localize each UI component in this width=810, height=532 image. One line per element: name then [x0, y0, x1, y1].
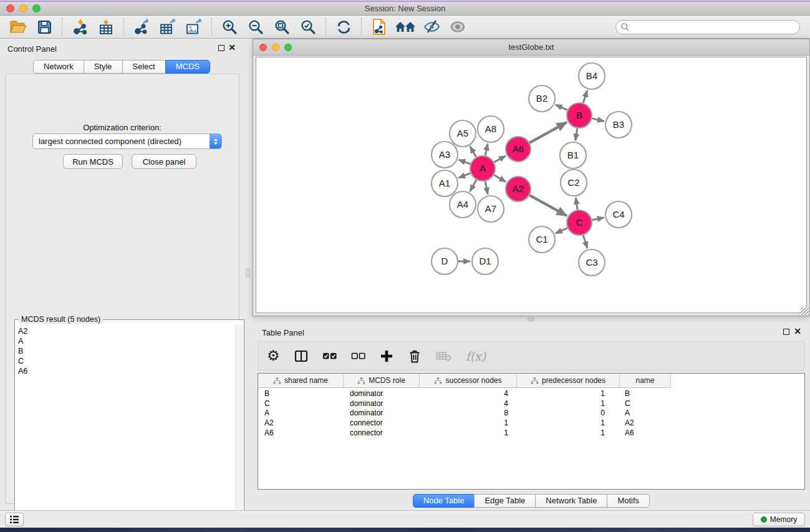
- graph-edge-A2-C[interactable]: [529, 195, 566, 216]
- table-settings-button[interactable]: ⚙: [267, 347, 280, 365]
- tab-edge-table[interactable]: Edge Table: [474, 494, 536, 508]
- export-network-button[interactable]: [128, 17, 155, 37]
- task-history-button[interactable]: [5, 513, 24, 526]
- graph-edge-B-B4[interactable]: [583, 90, 587, 103]
- import-network-button[interactable]: [67, 17, 93, 37]
- criterion-dropdown[interactable]: largest connected component (directed): [32, 133, 222, 149]
- zoom-out-button[interactable]: [243, 17, 269, 37]
- table-cell[interactable]: 0: [517, 409, 620, 417]
- table-cell[interactable]: 1: [517, 389, 620, 398]
- tab-style[interactable]: Style: [84, 60, 123, 74]
- window-resize-grip[interactable]: [801, 307, 809, 315]
- open-file-button[interactable]: [5, 17, 31, 37]
- graph-edge-C-C3[interactable]: [583, 235, 587, 248]
- horizontal-splitter-grip[interactable]: [528, 317, 534, 321]
- table-row[interactable]: Cdominator41C: [258, 399, 804, 409]
- show-all-button[interactable]: [445, 17, 471, 37]
- table-cell[interactable]: 4: [420, 399, 517, 408]
- search-input[interactable]: [615, 20, 800, 34]
- run-mcds-button[interactable]: Run MCDS: [63, 154, 123, 169]
- column-header-MCDS-role[interactable]: MCDS role: [344, 374, 420, 387]
- table-cell[interactable]: A2: [258, 418, 344, 427]
- refresh-button[interactable]: [330, 17, 357, 37]
- tab-node-table[interactable]: Node Table: [413, 494, 475, 508]
- column-header-name[interactable]: name: [620, 374, 671, 387]
- table-cell[interactable]: B: [258, 389, 344, 398]
- close-panel-button[interactable]: Close panel: [132, 154, 196, 169]
- column-header-successor-nodes[interactable]: successor nodes: [420, 374, 517, 387]
- float-panel-icon[interactable]: [218, 45, 224, 51]
- select-all-button[interactable]: [322, 347, 337, 365]
- tab-motifs[interactable]: Motifs: [607, 494, 650, 508]
- tab-network-table[interactable]: Network Table: [535, 494, 607, 508]
- table-row[interactable]: A2connector11A2: [258, 418, 804, 428]
- graph-edge-C-C4[interactable]: [592, 218, 604, 220]
- float-panel-icon[interactable]: [783, 329, 789, 335]
- table-cell[interactable]: A: [258, 409, 344, 417]
- graph-edge-C-C1[interactable]: [556, 228, 567, 234]
- table-cell[interactable]: C: [620, 399, 671, 408]
- table-cell[interactable]: A6: [620, 428, 671, 437]
- function-builder-button[interactable]: f(x): [466, 347, 486, 365]
- new-network-from-selection-button[interactable]: [366, 17, 392, 37]
- memory-button[interactable]: Memory: [753, 513, 805, 526]
- table-cell[interactable]: B: [620, 389, 671, 398]
- table-cell[interactable]: A6: [258, 428, 344, 437]
- hide-selection-button[interactable]: [418, 17, 445, 37]
- table-cell[interactable]: dominator: [344, 399, 420, 408]
- result-list-item[interactable]: A6: [18, 366, 235, 376]
- table-cell[interactable]: 8: [420, 409, 517, 417]
- add-column-button[interactable]: [380, 347, 393, 365]
- save-session-button[interactable]: [31, 17, 57, 37]
- show-column-button[interactable]: [294, 347, 309, 365]
- result-list-item[interactable]: C: [18, 356, 235, 366]
- result-list-item[interactable]: A: [18, 336, 235, 346]
- table-cell[interactable]: C: [258, 399, 344, 408]
- result-scrollbar[interactable]: [235, 325, 243, 532]
- zoom-fit-button[interactable]: [269, 17, 295, 37]
- close-panel-icon[interactable]: ✕: [228, 44, 236, 51]
- close-panel-icon[interactable]: ✕: [794, 328, 801, 334]
- import-table-button[interactable]: [93, 17, 119, 37]
- table-cell[interactable]: 1: [420, 418, 517, 427]
- deselect-all-button[interactable]: [351, 347, 366, 365]
- table-cell[interactable]: 1: [420, 428, 517, 437]
- result-list-item[interactable]: A2: [18, 326, 235, 336]
- table-cell[interactable]: connector: [344, 418, 420, 427]
- tab-select[interactable]: Select: [122, 60, 166, 74]
- graph-edge-A-A5[interactable]: [470, 147, 476, 157]
- table-cell[interactable]: A: [620, 409, 671, 417]
- zoom-selected-button[interactable]: [295, 17, 321, 37]
- graph-edge-A-A3[interactable]: [459, 160, 471, 164]
- graph-edge-B-B2[interactable]: [556, 105, 567, 110]
- vertical-splitter-grip[interactable]: [246, 268, 250, 278]
- table-row[interactable]: Adominator80A: [258, 408, 804, 418]
- graph-edge-A-A2[interactable]: [494, 175, 506, 182]
- table-cell[interactable]: 1: [517, 428, 620, 437]
- table-cell[interactable]: connector: [344, 428, 420, 437]
- result-list-item[interactable]: B: [18, 346, 235, 356]
- zoom-in-button[interactable]: [216, 17, 243, 37]
- column-header-predecessor-nodes[interactable]: predecessor nodes: [517, 374, 620, 387]
- graph-edge-A-A4[interactable]: [470, 180, 476, 191]
- graph-edge-A-A8[interactable]: [485, 144, 488, 156]
- tab-network[interactable]: Network: [33, 60, 84, 74]
- graph-edge-A-A1[interactable]: [458, 173, 470, 178]
- column-header-shared-name[interactable]: shared name: [258, 374, 344, 387]
- table-cell[interactable]: A2: [620, 418, 671, 427]
- table-row[interactable]: Bdominator41B: [258, 389, 804, 399]
- graph-edge-B-B1[interactable]: [576, 128, 577, 141]
- export-table-button[interactable]: [155, 17, 181, 37]
- table-cell[interactable]: 4: [420, 389, 517, 398]
- tab-mcds[interactable]: MCDS: [165, 60, 210, 74]
- delete-table-button[interactable]: [436, 347, 452, 365]
- table-cell[interactable]: dominator: [344, 409, 420, 417]
- graph-edge-A-A7[interactable]: [485, 181, 488, 195]
- first-neighbors-button[interactable]: [392, 17, 418, 37]
- export-image-button[interactable]: [181, 17, 207, 37]
- graph-edge-A6-B[interactable]: [529, 122, 566, 143]
- table-cell[interactable]: dominator: [344, 389, 420, 398]
- table-cell[interactable]: 1: [517, 399, 620, 408]
- delete-column-button[interactable]: [407, 347, 422, 365]
- table-row[interactable]: A6connector11A6: [258, 428, 804, 438]
